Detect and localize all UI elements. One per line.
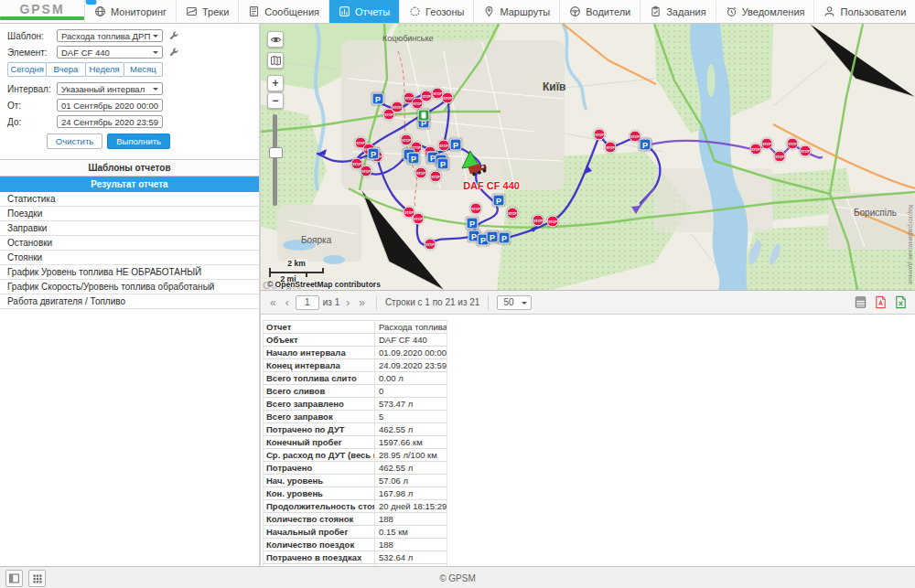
table-row[interactable]: Продолжительность стоянок20 дней 18:15:2… bbox=[263, 500, 447, 513]
map-zoom-slider-handle[interactable] bbox=[269, 147, 283, 158]
first-page-button[interactable]: « bbox=[267, 297, 279, 308]
range-week-button[interactable]: Неделя bbox=[85, 62, 124, 77]
stop-marker[interactable]: STOP bbox=[787, 138, 799, 150]
table-row[interactable]: Начало интервала01.09.2020 00:00:00 bbox=[263, 347, 447, 359]
section-item-stops[interactable]: Остановки bbox=[0, 236, 259, 251]
table-row[interactable]: ОбъектDAF CF 440 bbox=[263, 334, 447, 347]
tab-tasks[interactable]: Задания bbox=[640, 0, 716, 23]
table-row[interactable]: Начальный пробег0.15 км bbox=[263, 526, 447, 539]
template-select[interactable]: Расхода топлива ДРП bbox=[57, 29, 163, 42]
table-row[interactable]: Нач. уровень57.06 л bbox=[263, 475, 447, 487]
table-row[interactable]: Кон. уровень167.98 л bbox=[263, 487, 447, 500]
range-today-button[interactable]: Сегодня bbox=[7, 62, 47, 77]
stop-marker[interactable]: STOP bbox=[425, 239, 436, 251]
stop-marker[interactable]: STOP bbox=[507, 208, 519, 219]
stop-marker[interactable]: STOP bbox=[594, 129, 606, 141]
tab-drivers[interactable]: Водители bbox=[560, 0, 640, 23]
table-row[interactable]: Потрачено в поездках532.64 л bbox=[263, 551, 447, 564]
page-number-input[interactable]: 1 bbox=[296, 295, 319, 310]
table-row[interactable]: Количество поездок188 bbox=[263, 539, 447, 551]
table-row[interactable]: Ср. расход по ДУТ (весь пробег)28.95 л/1… bbox=[263, 449, 447, 462]
stop-marker[interactable]: STOP bbox=[774, 151, 786, 163]
stop-marker[interactable]: STOP bbox=[438, 140, 450, 152]
tab-routes[interactable]: Маршруты bbox=[474, 0, 560, 23]
export-pdf-button[interactable] bbox=[872, 294, 888, 311]
map-canvas[interactable]: Коцюбинське Київ Боярка Бориспіль STOPST… bbox=[261, 24, 915, 291]
table-row[interactable]: Всего заправлено573.47 л bbox=[263, 398, 447, 411]
map-layers-button[interactable] bbox=[267, 52, 284, 69]
section-item-statistics[interactable]: Статистика bbox=[0, 192, 259, 207]
table-row[interactable]: ОтчетРасхода топлива ДРП bbox=[263, 320, 447, 334]
map-zoom-slider-track[interactable] bbox=[273, 114, 277, 206]
parking-marker[interactable]: P bbox=[640, 139, 651, 151]
interval-select[interactable]: Указанный интервал bbox=[57, 82, 163, 95]
table-row[interactable]: Количество стоянок188 bbox=[263, 513, 447, 526]
stop-marker[interactable]: STOP bbox=[430, 171, 442, 183]
tab-tracks[interactable]: Треки bbox=[177, 0, 239, 23]
section-item-refuels[interactable]: Заправки bbox=[0, 221, 259, 236]
export-table-button[interactable] bbox=[852, 294, 868, 311]
stop-marker[interactable]: STOP bbox=[605, 142, 617, 154]
stop-marker[interactable]: STOP bbox=[383, 109, 395, 121]
refuel-marker[interactable] bbox=[418, 110, 430, 122]
parking-marker[interactable]: P bbox=[368, 148, 380, 160]
to-date-input[interactable]: 24 Сентябрь 2020 23:59 bbox=[57, 115, 163, 128]
parking-marker[interactable]: P bbox=[467, 218, 479, 230]
stop-marker[interactable]: STOP bbox=[470, 203, 482, 215]
map-zoom-out-button[interactable]: − bbox=[267, 92, 284, 109]
parking-marker[interactable]: P bbox=[487, 231, 499, 243]
parking-marker[interactable]: P bbox=[408, 153, 420, 165]
parking-marker[interactable]: P bbox=[450, 139, 462, 151]
stop-marker[interactable]: STOP bbox=[533, 215, 544, 227]
widgets-grid-button[interactable] bbox=[28, 570, 46, 587]
table-row[interactable]: Всего топлива слито0.00 л bbox=[263, 372, 447, 385]
table-row[interactable]: Всего заправок5 bbox=[263, 411, 447, 423]
parking-marker[interactable]: P bbox=[493, 195, 505, 207]
prev-page-button[interactable]: ‹ bbox=[283, 297, 292, 308]
tab-geozones[interactable]: Геозоны bbox=[400, 0, 474, 23]
section-item-fuel-raw-chart[interactable]: График Уровень топлива НЕ ОБРАБОТАНЫЙ bbox=[0, 265, 259, 280]
result-section-header[interactable]: Результат отчета bbox=[0, 176, 259, 192]
next-page-button[interactable]: › bbox=[343, 297, 352, 308]
stop-marker[interactable]: STOP bbox=[413, 213, 425, 225]
tab-reports[interactable]: Отчеты bbox=[329, 0, 400, 23]
table-row[interactable]: Потрачено по ДУТ462.55 л bbox=[263, 423, 447, 436]
templates-section-header[interactable]: Шаблоны отчетов bbox=[0, 160, 259, 176]
tab-users[interactable]: Пользователи bbox=[814, 0, 915, 23]
map-eye-button[interactable] bbox=[267, 31, 284, 48]
table-row[interactable]: Конец интервала24.09.2020 23:59:59 bbox=[263, 359, 447, 372]
element-select[interactable]: DAF CF 440 bbox=[57, 46, 163, 59]
stop-marker[interactable]: STOP bbox=[547, 216, 559, 228]
table-row[interactable]: Конечный пробег1597.66 км bbox=[263, 436, 447, 449]
element-settings-button[interactable] bbox=[169, 48, 179, 58]
stop-marker[interactable]: STOP bbox=[800, 145, 812, 157]
gpsm-logo[interactable]: GPSM bbox=[0, 0, 85, 23]
clear-button[interactable]: Очистить bbox=[47, 134, 102, 149]
tab-notifications[interactable]: Уведомления bbox=[716, 0, 815, 23]
template-settings-button[interactable] bbox=[169, 31, 179, 41]
stop-marker[interactable]: STOP bbox=[761, 138, 773, 150]
section-item-parkings[interactable]: Стоянки bbox=[0, 251, 259, 265]
parking-marker[interactable]: P bbox=[499, 232, 511, 244]
stop-marker[interactable]: STOP bbox=[415, 167, 427, 179]
section-item-engine-fuel[interactable]: Работа двигателя / Топливо bbox=[0, 294, 259, 309]
toggle-sidebar-button[interactable] bbox=[5, 570, 23, 587]
stop-marker[interactable]: STOP bbox=[361, 166, 372, 177]
table-row[interactable]: Потрачено462.55 л bbox=[263, 462, 447, 475]
stop-marker[interactable]: STOP bbox=[750, 144, 762, 155]
parking-marker[interactable]: P bbox=[437, 158, 449, 170]
tab-messages[interactable]: Сообщения bbox=[239, 0, 329, 23]
export-excel-button[interactable] bbox=[892, 294, 909, 311]
stop-marker[interactable]: STOP bbox=[442, 92, 454, 104]
last-page-button[interactable]: » bbox=[356, 297, 368, 308]
range-month-button[interactable]: Месяц bbox=[124, 62, 163, 77]
from-date-input[interactable]: 01 Сентябрь 2020 00:00 bbox=[57, 99, 163, 112]
tab-monitoring[interactable]: Мониторинг bbox=[85, 0, 177, 23]
run-button[interactable]: Выполнить bbox=[107, 134, 170, 149]
page-size-select[interactable]: 50 bbox=[497, 295, 532, 310]
table-row[interactable]: Всего сливов0 bbox=[263, 385, 447, 398]
range-yesterday-button[interactable]: Вчера bbox=[46, 62, 85, 77]
map-zoom-in-button[interactable]: + bbox=[267, 75, 284, 91]
section-item-speed-fuel-chart[interactable]: График Скорость/Уровень топлива обработа… bbox=[0, 280, 259, 294]
section-item-trips[interactable]: Поездки bbox=[0, 207, 259, 221]
